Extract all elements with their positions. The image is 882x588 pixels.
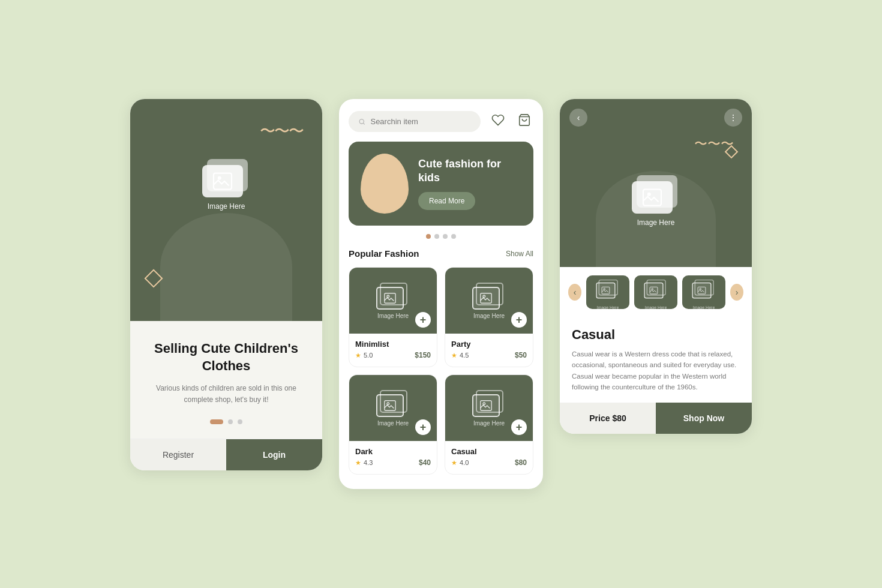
detail-title: Casual: [572, 327, 740, 343]
dot-3: [238, 419, 242, 424]
add-product-2-button[interactable]: +: [511, 312, 527, 328]
banner-text: Cute fashion for kids Read More: [418, 157, 521, 211]
thumbnail-2[interactable]: Image Here: [634, 275, 677, 309]
product-img-icon-4: Image Here: [472, 390, 506, 427]
product-info-2: Party ★ 4.5 $50: [445, 334, 533, 367]
svg-point-2: [359, 119, 364, 123]
detail-bottom-bar: Price $80 Shop Now: [560, 403, 752, 434]
splash-subtitle: Various kinds of children are sold in th…: [145, 383, 308, 406]
heart-icon: [491, 113, 505, 127]
svg-point-1: [218, 176, 221, 180]
product-info-4: Casual ★ 4.0 $80: [445, 441, 533, 474]
product-name-1: Minimlist: [355, 340, 431, 349]
thumbnail-3[interactable]: Image Here: [682, 275, 725, 309]
hero-image-icon: [632, 175, 680, 214]
price-display: Price $80: [560, 403, 656, 434]
product-price-2: $50: [515, 351, 527, 359]
thumbnail-list: Image Here Image Here: [586, 275, 725, 309]
product-name-3: Dark: [355, 447, 431, 456]
banner-title: Cute fashion for kids: [418, 157, 521, 185]
product-price-1: $150: [415, 351, 431, 359]
detail-description: Casual wear is a Western dress code that…: [572, 349, 740, 393]
product-name-4: Casual: [451, 447, 527, 456]
cart-icon: [518, 113, 531, 127]
auth-buttons: Register Login: [130, 439, 322, 470]
menu-button[interactable]: ⋮: [724, 109, 742, 127]
product-meta-3: ★ 4.3 $40: [355, 458, 431, 467]
product-img-icon-1: Image Here: [376, 283, 410, 319]
card-front: [202, 165, 243, 197]
splash-bottom: Selling Cute Children's Clothes Various …: [130, 321, 322, 439]
products-grid: Image Here + Minimlist ★ 5.0 $150: [349, 267, 533, 475]
back-button[interactable]: ‹: [569, 109, 587, 127]
home-screen: Cute fashion for kids Read More Popular …: [339, 99, 543, 489]
product-info-3: Dark ★ 4.3 $40: [349, 441, 437, 474]
dot-1: [210, 419, 223, 424]
thumb-next-button[interactable]: ›: [730, 284, 743, 301]
svg-point-9: [387, 402, 389, 404]
slide-dot-4: [451, 234, 456, 239]
search-input[interactable]: [370, 117, 471, 126]
add-product-1-button[interactable]: +: [415, 312, 431, 328]
register-button[interactable]: Register: [130, 439, 226, 470]
product-meta-1: ★ 5.0 $150: [355, 351, 431, 359]
image-label: Image Here: [208, 202, 245, 211]
product-image-1: Image Here +: [349, 268, 437, 334]
show-all-button[interactable]: Show All: [506, 250, 533, 258]
product-img-icon-3: Image Here: [376, 390, 410, 427]
product-meta-2: ★ 4.5 $50: [451, 351, 527, 359]
product-price-4: $80: [515, 458, 527, 467]
product-rating-3: ★ 4.3: [355, 459, 373, 467]
product-image-3: Image Here +: [349, 375, 437, 441]
product-price-3: $40: [419, 458, 431, 467]
popular-title: Popular Fashion: [349, 248, 419, 259]
product-card-3: Image Here + Dark ★ 4.3 $40: [349, 374, 437, 475]
product-meta-4: ★ 4.0 $80: [451, 458, 527, 467]
splash-top: 〜〜〜 Image Here: [130, 99, 322, 321]
screens-container: 〜〜〜 Image Here Selling Cut: [130, 99, 752, 489]
login-button[interactable]: Login: [226, 439, 322, 470]
svg-point-17: [652, 288, 653, 290]
slide-dot-2: [434, 234, 439, 239]
dot-2: [228, 419, 233, 424]
thumb-prev-button[interactable]: ‹: [568, 284, 581, 301]
splash-image: Image Here: [202, 159, 250, 211]
pagination-dots: [210, 419, 242, 424]
banner-image: [361, 154, 409, 214]
thumbnail-1[interactable]: Image Here: [586, 275, 629, 309]
svg-rect-16: [650, 287, 658, 294]
svg-point-7: [483, 295, 485, 297]
add-product-3-button[interactable]: +: [415, 419, 431, 435]
product-name-2: Party: [451, 340, 527, 349]
circle-decoration: [160, 213, 292, 321]
slide-dot-3: [443, 234, 448, 239]
wavy-decoration: 〜〜〜: [260, 121, 303, 142]
product-image-2: Image Here +: [445, 268, 533, 334]
search-icon: [358, 118, 365, 126]
svg-point-13: [647, 193, 651, 196]
product-rating-2: ★ 4.5: [451, 352, 469, 359]
cart-button[interactable]: [515, 111, 533, 132]
product-img-icon-2: Image Here: [472, 283, 506, 319]
svg-point-15: [604, 288, 605, 290]
image-icon: [202, 159, 250, 197]
product-rating-1: ★ 5.0: [355, 352, 373, 359]
detail-screen: ‹ ⋮ 〜〜〜 Image Here: [560, 99, 752, 434]
product-rating-4: ★ 4.0: [451, 459, 469, 467]
product-card-2: Image Here + Party ★ 4.5 $50: [445, 267, 533, 367]
svg-rect-18: [698, 287, 706, 294]
svg-point-11: [483, 402, 485, 404]
shop-now-button[interactable]: Shop Now: [656, 403, 752, 434]
add-product-4-button[interactable]: +: [511, 419, 527, 435]
hero-image-label: Image Here: [637, 218, 675, 227]
product-card-1: Image Here + Minimlist ★ 5.0 $150: [349, 267, 437, 367]
svg-point-5: [387, 295, 389, 297]
slide-dot-1: [426, 234, 431, 239]
wishlist-button[interactable]: [489, 111, 507, 132]
read-more-button[interactable]: Read More: [418, 192, 475, 210]
detail-hero: ‹ ⋮ 〜〜〜 Image Here: [560, 99, 752, 267]
search-bar[interactable]: [349, 111, 481, 132]
thumb-icon-1: Image Here: [591, 275, 625, 310]
promo-banner: Cute fashion for kids Read More: [349, 142, 533, 226]
splash-screen: 〜〜〜 Image Here Selling Cut: [130, 99, 322, 470]
